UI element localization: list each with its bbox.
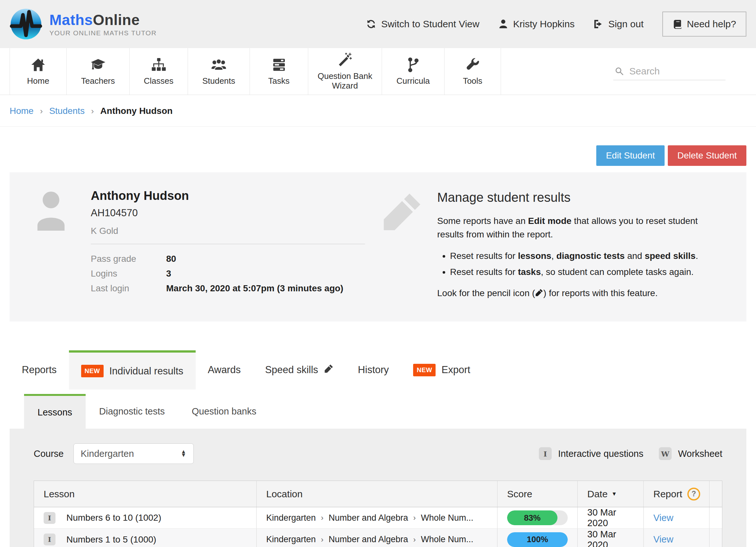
score-value: 100% bbox=[527, 534, 548, 544]
avatar-icon bbox=[34, 189, 68, 231]
course-select[interactable]: Kindergarten ▲▼ bbox=[73, 443, 194, 464]
current-user-button[interactable]: Kristy Hopkins bbox=[498, 19, 575, 30]
col-header-spacer bbox=[709, 481, 729, 507]
subtab-diagnostic-tests[interactable]: Diagnostic tests bbox=[86, 394, 178, 429]
manage-results-panel: Manage student results Some reports have… bbox=[380, 189, 727, 298]
subtab-lessons[interactable]: Lessons bbox=[24, 394, 86, 429]
legend-worksheet: W Worksheet bbox=[659, 447, 722, 460]
location-cell: Kindergarten › Number and Algebra › Whol… bbox=[257, 507, 497, 528]
tab-awards[interactable]: Awards bbox=[196, 350, 253, 389]
col-header-report: Report? bbox=[644, 481, 709, 507]
lesson-type-legend: I Interactive questions W Worksheet bbox=[539, 447, 722, 460]
refresh-icon bbox=[366, 19, 376, 29]
switch-student-view-button[interactable]: Switch to Student View bbox=[366, 19, 479, 30]
tab-reports[interactable]: Reports bbox=[10, 350, 69, 389]
nav-item-question-bank-wizard[interactable]: Question Bank Wizard bbox=[308, 48, 382, 95]
breadcrumb-home-link[interactable]: Home bbox=[10, 106, 34, 116]
nav-item-classes[interactable]: Classes bbox=[129, 48, 188, 95]
col-header-date[interactable]: Date▼ bbox=[578, 481, 644, 507]
subtab-lessons-label: Lessons bbox=[38, 407, 72, 418]
nav-search bbox=[613, 63, 726, 80]
pencil-icon bbox=[535, 288, 543, 298]
score-bar: 100% bbox=[507, 532, 568, 547]
logins-value: 3 bbox=[166, 269, 171, 279]
lesson-row: I Numbers 1 to 5 (1000) Kindergarten › N… bbox=[34, 529, 722, 547]
new-badge: NEW bbox=[413, 364, 436, 376]
breadcrumb-separator: › bbox=[40, 106, 43, 116]
report-cell: View bbox=[644, 507, 709, 528]
score-cell: 83% bbox=[497, 507, 578, 528]
need-help-button[interactable]: Need help? bbox=[662, 12, 746, 37]
help-question-icon[interactable]: ? bbox=[687, 488, 700, 500]
nav-item-tools[interactable]: Tools bbox=[444, 48, 501, 95]
tab-history[interactable]: History bbox=[346, 350, 401, 389]
graduation-cap-icon bbox=[90, 57, 106, 73]
sign-out-label: Sign out bbox=[608, 19, 643, 30]
sign-out-icon bbox=[593, 19, 603, 29]
chevron-separator: › bbox=[413, 513, 416, 522]
subtab-diagnostic-label: Diagnostic tests bbox=[99, 406, 165, 417]
tab-export[interactable]: NEW Export bbox=[401, 350, 482, 389]
interactive-badge: I bbox=[539, 447, 552, 460]
tab-history-label: History bbox=[358, 364, 389, 376]
tab-individual-results[interactable]: NEW Individual results bbox=[69, 350, 196, 389]
last-login-row: Last login March 30, 2020 at 5:07pm (3 m… bbox=[91, 283, 365, 294]
spacer-cell bbox=[709, 507, 729, 528]
pass-grade-row: Pass grade 80 bbox=[91, 254, 365, 264]
nav-label-curricula: Curricula bbox=[396, 76, 430, 86]
select-arrows-icon: ▲▼ bbox=[181, 450, 186, 457]
table-header-row: Lesson Location Score Date▼ Report? bbox=[34, 481, 722, 507]
brand-logo[interactable]: MathsOnline YOUR ONLINE MATHS TUTOR bbox=[10, 8, 157, 40]
nav-item-teachers[interactable]: Teachers bbox=[66, 48, 129, 95]
score-fill: 83% bbox=[507, 510, 557, 525]
delete-student-button[interactable]: Delete Student bbox=[668, 145, 746, 166]
pass-grade-label: Pass grade bbox=[91, 254, 166, 264]
wrench-icon bbox=[465, 57, 480, 73]
edit-student-button[interactable]: Edit Student bbox=[596, 145, 665, 166]
new-badge: NEW bbox=[81, 365, 104, 377]
sign-out-button[interactable]: Sign out bbox=[593, 19, 643, 30]
lessons-panel: Course Kindergarten ▲▼ I Interactive que… bbox=[10, 429, 746, 547]
last-login-value: March 30, 2020 at 5:07pm (3 minutes ago) bbox=[166, 283, 343, 294]
manage-results-bullets: Reset results for lessons, diagnostic te… bbox=[450, 251, 726, 277]
manage-results-intro: Some reports have an Edit mode that allo… bbox=[437, 214, 726, 241]
spacer-cell bbox=[709, 529, 729, 547]
user-name: Kristy Hopkins bbox=[513, 19, 575, 30]
bullet-reset-lessons: Reset results for lessons, diagnostic te… bbox=[450, 251, 726, 261]
book-icon bbox=[673, 19, 682, 29]
code-branch-icon bbox=[405, 57, 421, 73]
breadcrumb-separator: › bbox=[91, 106, 94, 116]
breadcrumb-students-link[interactable]: Students bbox=[49, 106, 85, 116]
users-icon bbox=[211, 57, 226, 73]
tab-speed-skills[interactable]: Speed skills bbox=[253, 350, 345, 389]
nav-item-students[interactable]: Students bbox=[188, 48, 250, 95]
nav-label-classes: Classes bbox=[144, 76, 173, 86]
nav-label-tools: Tools bbox=[463, 76, 482, 86]
logins-row: Logins 3 bbox=[91, 269, 365, 279]
student-id: AH104570 bbox=[91, 207, 365, 219]
col-header-lesson: Lesson bbox=[34, 481, 257, 507]
course-label: Course bbox=[34, 449, 64, 459]
view-report-link[interactable]: View bbox=[653, 534, 673, 545]
nav-item-curricula[interactable]: Curricula bbox=[382, 48, 444, 95]
search-input[interactable] bbox=[629, 66, 724, 77]
lesson-row: I Numbers 6 to 10 (1002) Kindergarten › … bbox=[34, 507, 722, 529]
course-select-value: Kindergarten bbox=[81, 449, 134, 459]
header-actions: Switch to Student View Kristy Hopkins Si… bbox=[366, 12, 746, 37]
nav-item-home[interactable]: Home bbox=[10, 48, 66, 95]
need-help-label: Need help? bbox=[687, 19, 736, 30]
nav-item-tasks[interactable]: Tasks bbox=[250, 48, 308, 95]
student-class: K Gold bbox=[91, 226, 365, 244]
lesson-name: Numbers 1 to 5 (1000) bbox=[66, 534, 156, 545]
location-cell: Kindergarten › Number and Algebra › Whol… bbox=[257, 529, 497, 547]
subtab-question-banks[interactable]: Question banks bbox=[178, 394, 270, 429]
lesson-cell: I Numbers 1 to 5 (1000) bbox=[34, 529, 257, 547]
interactive-badge: I bbox=[44, 512, 55, 524]
student-info: Anthony Hudson AH104570 K Gold Pass grad… bbox=[34, 189, 380, 298]
worksheet-badge: W bbox=[659, 447, 672, 460]
legend-worksheet-label: Worksheet bbox=[678, 449, 722, 459]
bullet-reset-tasks: Reset results for tasks, so student can … bbox=[450, 267, 726, 277]
brand-name: MathsOnline bbox=[49, 11, 157, 29]
view-report-link[interactable]: View bbox=[653, 513, 673, 523]
filter-row: Course Kindergarten ▲▼ I Interactive que… bbox=[34, 443, 722, 464]
